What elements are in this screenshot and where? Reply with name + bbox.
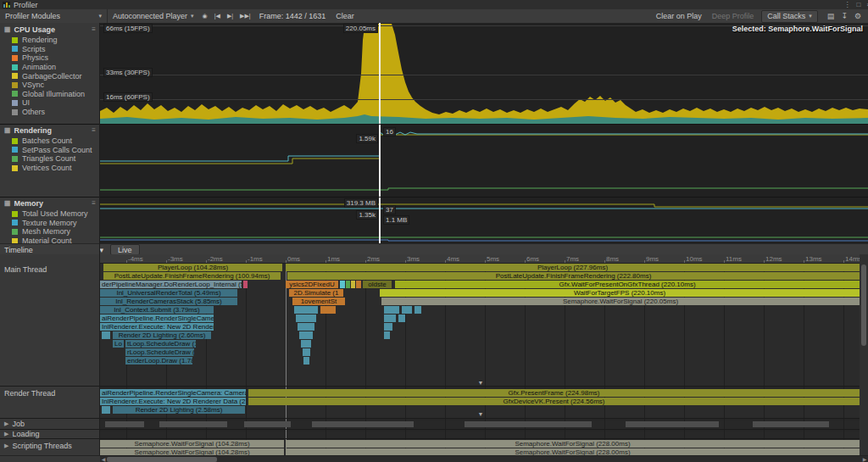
timeline-span[interactable]: 1ovementSt [292, 298, 345, 305]
horizontal-scrollbar[interactable]: ◀ ▶ [0, 455, 868, 462]
legend-item-setpass-calls-count[interactable]: SetPass Calls Count [0, 146, 99, 155]
timeline-span[interactable] [301, 340, 311, 348]
clear-on-play-button[interactable]: Clear on Play [651, 9, 707, 23]
timeline-span[interactable] [356, 281, 361, 288]
timeline-span[interactable] [296, 314, 316, 322]
legend-item-scripts[interactable]: Scripts [0, 45, 99, 54]
module-header[interactable]: ▦CPU Usage≡ [0, 23, 99, 36]
timeline-span[interactable]: aiRenderPipeline.RenderSingleCamera: C [100, 314, 214, 322]
record-button[interactable]: ◉ [199, 9, 211, 23]
legend-item-vsync[interactable]: VSync [0, 81, 99, 90]
legend-item-vertices-count[interactable]: Vertices Count [0, 164, 99, 173]
timeline-span[interactable]: Lo [113, 340, 124, 348]
current-frame-marker[interactable] [379, 23, 381, 243]
thread-row-scripting-threads[interactable]: ▶Scripting Threads [4, 442, 72, 450]
drag-handle-icon[interactable]: ≡ [92, 126, 95, 134]
load-icon[interactable]: ▤ [827, 12, 835, 20]
timeline-span[interactable]: InlRenderer.Execute: New 2D Renderer Dat… [100, 323, 214, 331]
legend-item-texture-memory[interactable]: Texture Memory [0, 219, 99, 228]
timeline-span[interactable] [626, 421, 719, 427]
timeline-span[interactable] [298, 323, 314, 331]
legend-item-ui[interactable]: UI [0, 98, 99, 108]
foldout-arrow-icon[interactable]: ▶ [4, 420, 8, 427]
legend-item-batches-count[interactable]: Batches Count [0, 136, 99, 146]
memory-chart[interactable]: 319.3 MB 1.35k 37 1.1 MB [100, 197, 868, 243]
kebab-menu-icon[interactable]: ⋮ [843, 1, 850, 8]
timeline-span[interactable]: PlayerLoop (104.28ms) [103, 264, 282, 271]
timeline-span[interactable]: PostLateUpdate.FinishFrameRendering (100… [103, 272, 281, 280]
timeline-area[interactable]: -4ms-3ms-2ms-1ms0ms1ms2ms3ms4ms5ms6ms7ms… [100, 254, 860, 455]
timeline-span[interactable] [384, 323, 392, 331]
timeline-span[interactable] [465, 421, 592, 427]
timeline-span[interactable] [294, 306, 318, 314]
timeline-span[interactable] [102, 331, 110, 339]
thread-row-loading[interactable]: ▶Loading [4, 430, 39, 438]
call-stacks-dropdown[interactable]: Call Stacks ▾ [761, 10, 818, 23]
timeline-span[interactable]: PlayerLoop (227.96ms) [286, 264, 860, 271]
timeline-span[interactable]: tLoop.ScheduleDraw (1 [125, 340, 196, 348]
legend-item-global-illumination[interactable]: Global Illumination [0, 90, 99, 99]
timeline-span[interactable] [753, 421, 829, 427]
timeline-span[interactable] [105, 421, 144, 427]
thread-row-job[interactable]: ▶Job [4, 420, 25, 428]
timeline-span[interactable] [402, 306, 412, 314]
next-frame-button[interactable]: ▶| [224, 9, 236, 23]
timeline-ruler[interactable]: -4ms-3ms-2ms-1ms0ms1ms2ms3ms4ms5ms6ms7ms… [100, 254, 860, 264]
timeline-span[interactable]: Render 2D Lighting (2.60ms) [113, 331, 211, 339]
legend-item-physics[interactable]: Physics [0, 53, 99, 63]
horizontal-scrollbar-thumb[interactable] [107, 457, 217, 462]
timeline-span[interactable] [320, 306, 336, 314]
foldout-arrow-icon[interactable]: ▶ [4, 431, 8, 437]
drag-handle-icon[interactable]: ≡ [92, 199, 95, 207]
vertical-scrollbar-thumb[interactable] [861, 264, 866, 346]
legend-item-rendering[interactable]: Rendering [0, 36, 99, 45]
clear-button[interactable]: Clear [331, 9, 359, 23]
legend-item-others[interactable]: Others [0, 108, 99, 117]
current-frame-button[interactable]: ▶▶| [236, 9, 254, 23]
timeline-span[interactable]: Semaphore.WaitForSignal (228.00ms) [286, 440, 860, 448]
timeline-span[interactable] [384, 331, 390, 339]
legend-item-garbagecollector[interactable]: GarbageCollector [0, 71, 99, 81]
scroll-left-icon[interactable]: ◀ [100, 456, 107, 462]
timeline-span[interactable]: 2D.Simulate (1 [289, 289, 343, 297]
timeline-span[interactable] [312, 421, 414, 427]
profiler-modules-dropdown[interactable]: Profiler Modules ▾ [0, 9, 108, 23]
timeline-span[interactable] [102, 406, 110, 414]
drag-handle-icon[interactable]: ≡ [92, 25, 95, 33]
timeline-span[interactable] [384, 306, 399, 314]
timeline-span[interactable] [384, 314, 396, 322]
rendering-chart[interactable]: 1.59k 16 [100, 124, 868, 197]
timeline-span[interactable]: derPipelineManager.DoRenderLoop_Internal… [100, 281, 242, 288]
timeline-span[interactable]: GfxDeviceVK.Present (224.56ms) [248, 398, 860, 405]
timeline-span[interactable] [340, 281, 345, 288]
cpu-usage-chart[interactable]: 66ms (15FPS) 33ms (30FPS) 16ms (60FPS) 2… [100, 23, 868, 124]
target-selection-dropdown[interactable]: Autoconnected Player ▾ [108, 9, 199, 23]
timeline-span[interactable]: rLoop.ScheduleDraw (1) [125, 348, 194, 356]
timeline-span[interactable]: aiRenderPipeline.RenderSingleCamera: Cam… [100, 389, 246, 397]
foldout-arrow-icon[interactable]: ▶ [4, 443, 8, 449]
legend-item-triangles-count[interactable]: Triangles Count [0, 154, 99, 164]
timeline-span[interactable]: Semaphore.WaitForSignal (228.00ms) [286, 448, 860, 455]
timeline-span[interactable]: oldste [363, 281, 392, 288]
timeline-span[interactable] [346, 281, 350, 288]
timeline-span[interactable]: Render 2D Lighting (2.58ms) [113, 406, 245, 414]
timeline-span[interactable]: PostLateUpdate.FinishFrameRendering (222… [287, 272, 860, 280]
timeline-span[interactable]: Semaphore.WaitForSignal (104.28ms) [100, 440, 284, 448]
timeline-span[interactable] [398, 314, 405, 322]
save-icon[interactable]: ↧ [841, 12, 848, 20]
timeline-span[interactable] [303, 348, 310, 356]
maximize-icon[interactable]: □ [856, 1, 860, 8]
module-header[interactable]: ▦Memory≡ [0, 197, 99, 209]
prev-frame-button[interactable]: |◀ [211, 9, 224, 23]
timeline-span[interactable]: WaitForTargetFPS (220.10ms) [380, 289, 860, 297]
timeline-span[interactable]: enderLoop.Draw (1.78 [125, 357, 192, 365]
legend-item-mesh-memory[interactable]: Mesh Memory [0, 227, 99, 237]
timeline-span[interactable]: Inl_RenderCamerasStack (5.85ms) [100, 298, 237, 305]
legend-item-total-used-memory[interactable]: Total Used Memory [0, 209, 99, 219]
module-header[interactable]: ▦Rendering≡ [0, 124, 99, 136]
gear-icon[interactable]: ⚙ [854, 12, 861, 20]
timeline-span[interactable]: Semaphore.WaitForSignal (220.05ms) [381, 298, 860, 305]
timeline-span[interactable] [303, 357, 309, 365]
timeline-span[interactable] [243, 281, 248, 288]
timeline-span[interactable]: Inl_Context.Submit (3.79ms) [100, 306, 214, 314]
